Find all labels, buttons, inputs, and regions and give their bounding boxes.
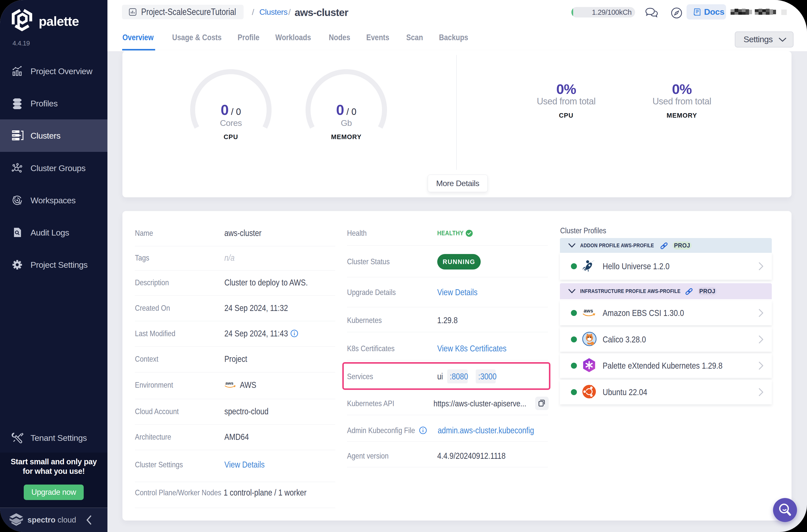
svg-text:aws: aws (584, 308, 593, 314)
svg-text:aws: aws (225, 381, 233, 386)
